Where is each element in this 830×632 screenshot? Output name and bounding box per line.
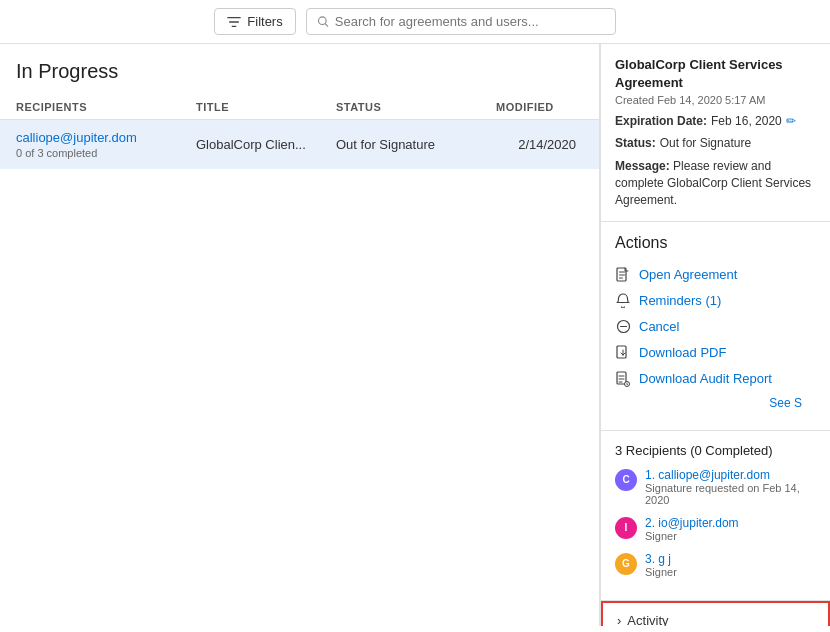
activity-bar[interactable]: › Activity (601, 601, 830, 626)
recipients-section: 3 Recipients (0 Completed) C 1. calliope… (601, 431, 830, 601)
edit-icon[interactable]: ✏ (786, 114, 796, 128)
status-label: Status: (615, 136, 656, 150)
recipient-avatar-2: I (615, 517, 637, 539)
right-panel: GlobalCorp Client Services Agreement Cre… (600, 44, 830, 626)
action-cancel[interactable]: Cancel (615, 314, 816, 340)
action-open-agreement[interactable]: Open Agreement (615, 262, 816, 288)
top-bar: Filters (0, 0, 830, 44)
recipient-info-2: 2. io@jupiter.dom Signer (645, 516, 739, 542)
message-label: Message: (615, 159, 670, 173)
left-panel: In Progress RECIPIENTS TITLE STATUS MODI… (0, 44, 600, 626)
activity-label: Activity (627, 613, 668, 626)
reminders-label: Reminders (1) (639, 293, 721, 308)
recipient-info-3: 3. g j Signer (645, 552, 677, 578)
recipient-item-2: I 2. io@jupiter.dom Signer (615, 516, 816, 542)
filter-label: Filters (247, 14, 282, 29)
see-more-link[interactable]: See S (615, 392, 816, 418)
col-modified: MODIFIED (496, 101, 576, 113)
detail-created: Created Feb 14, 2020 5:17 AM (615, 94, 816, 106)
recipient-role-1: Signature requested on Feb 14, 2020 (645, 482, 816, 506)
status-cell: Out for Signature (336, 130, 496, 159)
search-bar (306, 8, 616, 35)
title-cell: GlobalCorp Clien... (196, 130, 336, 159)
section-title: In Progress (0, 60, 599, 95)
chevron-right-icon: › (617, 613, 621, 626)
recipient-role-3: Signer (645, 566, 677, 578)
recipient-info-1: 1. calliope@jupiter.dom Signature reques… (645, 468, 816, 506)
detail-header: GlobalCorp Client Services Agreement Cre… (601, 44, 830, 222)
open-agreement-label: Open Agreement (639, 267, 737, 282)
detail-message: Message: Please review and complete Glob… (615, 158, 816, 208)
filter-icon (227, 15, 241, 29)
download-audit-label: Download Audit Report (639, 371, 772, 386)
detail-status: Status: Out for Signature (615, 136, 816, 150)
status-value: Out for Signature (660, 136, 751, 150)
cancel-icon (615, 319, 631, 335)
detail-title: GlobalCorp Client Services Agreement (615, 56, 816, 92)
download-audit-icon (615, 371, 631, 387)
recipient-name-2: 2. io@jupiter.dom (645, 516, 739, 530)
svg-rect-3 (617, 346, 626, 358)
expiration-value: Feb 16, 2020 (711, 114, 782, 128)
reminders-icon (615, 293, 631, 309)
action-download-audit[interactable]: Download Audit Report (615, 366, 816, 392)
table-header: RECIPIENTS TITLE STATUS MODIFIED (0, 95, 599, 120)
download-pdf-label: Download PDF (639, 345, 726, 360)
recipient-name-1: 1. calliope@jupiter.dom (645, 468, 816, 482)
table-row[interactable]: calliope@jupiter.dom 0 of 3 completed Gl… (0, 120, 599, 169)
recipient-completed: 0 of 3 completed (16, 147, 196, 159)
modified-cell: 2/14/2020 (496, 130, 576, 159)
recipient-avatar-1: C (615, 469, 637, 491)
search-input[interactable] (335, 14, 605, 29)
cancel-label: Cancel (639, 319, 679, 334)
action-reminders[interactable]: Reminders (1) (615, 288, 816, 314)
recipient-item-1: C 1. calliope@jupiter.dom Signature requ… (615, 468, 816, 506)
filter-button[interactable]: Filters (214, 8, 295, 35)
col-status: STATUS (336, 101, 496, 113)
col-title: TITLE (196, 101, 336, 113)
col-recipients: RECIPIENTS (16, 101, 196, 113)
recipient-avatar-3: G (615, 553, 637, 575)
expiration-label: Expiration Date: (615, 114, 707, 128)
detail-expiration: Expiration Date: Feb 16, 2020 ✏ (615, 114, 816, 128)
main-layout: In Progress RECIPIENTS TITLE STATUS MODI… (0, 44, 830, 626)
action-download-pdf[interactable]: Download PDF (615, 340, 816, 366)
download-pdf-icon (615, 345, 631, 361)
recipient-role-2: Signer (645, 530, 739, 542)
recipient-name-3: 3. g j (645, 552, 677, 566)
recipients-title: 3 Recipients (0 Completed) (615, 443, 816, 458)
open-agreement-icon (615, 267, 631, 283)
recipient-email: calliope@jupiter.dom (16, 130, 196, 145)
actions-title: Actions (615, 234, 816, 252)
actions-section: Actions Open Agreement (601, 222, 830, 431)
recipient-item-3: G 3. g j Signer (615, 552, 816, 578)
search-icon (317, 15, 329, 28)
recipient-cell: calliope@jupiter.dom 0 of 3 completed (16, 130, 196, 159)
